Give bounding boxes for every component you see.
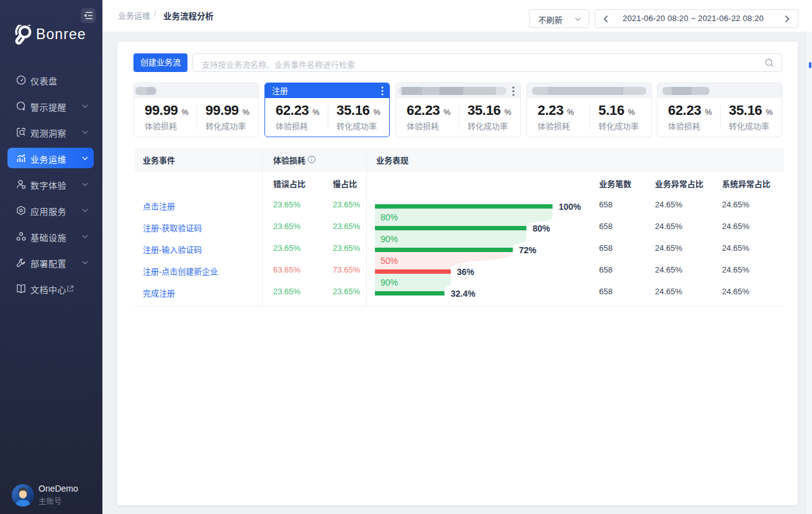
svg-text:72%: 72% bbox=[519, 245, 537, 255]
svg-text:32.4%: 32.4% bbox=[451, 289, 476, 299]
svg-text:100%: 100% bbox=[559, 202, 581, 212]
svg-text:50%: 50% bbox=[381, 256, 398, 266]
svg-text:36%: 36% bbox=[457, 267, 475, 277]
svg-text:80%: 80% bbox=[381, 212, 398, 222]
svg-text:Bonree: Bonree bbox=[36, 26, 86, 42]
svg-text:90%: 90% bbox=[381, 277, 398, 287]
svg-text:90%: 90% bbox=[381, 234, 398, 244]
svg-text:80%: 80% bbox=[533, 223, 551, 233]
